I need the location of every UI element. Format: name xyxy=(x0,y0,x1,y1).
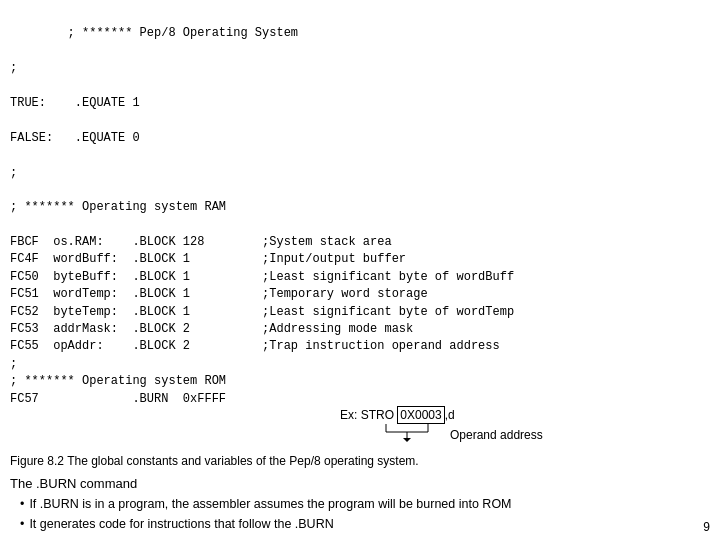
burn-code-line: FC57 .BURN 0xFFFF xyxy=(10,391,710,408)
code-row: FC55 opAddr: .BLOCK 2 ;Trap instruction … xyxy=(10,338,710,355)
code-row: FC4F wordBuff: .BLOCK 1 ;Input/output bu… xyxy=(10,251,710,268)
code-table: FBCF os.RAM: .BLOCK 128 ;System stack ar… xyxy=(10,234,710,356)
bullet-list: •If .BURN is in a program, the assembler… xyxy=(20,495,710,540)
bullet-item: •It generates code for instructions that… xyxy=(20,515,710,534)
bullet-item: •It does not generate code for instructi… xyxy=(20,536,710,540)
bullet-text: It generates code for instructions that … xyxy=(29,515,333,534)
bullet-symbol: • xyxy=(20,495,24,514)
figure-caption: Figure 8.2 The global constants and vari… xyxy=(10,454,710,468)
code-row: FC50 byteBuff: .BLOCK 1 ;Least significa… xyxy=(10,269,710,286)
code-row: FC52 byteTemp: .BLOCK 1 ;Least significa… xyxy=(10,304,710,321)
svg-marker-4 xyxy=(403,438,411,442)
page-number: 9 xyxy=(703,520,710,534)
code-row: FBCF os.RAM: .BLOCK 128 ;System stack ar… xyxy=(10,234,710,251)
bullet-text: If .BURN is in a program, the assembler … xyxy=(29,495,511,514)
header-comments: ; ******* Pep/8 Operating System ; TRUE:… xyxy=(10,8,710,234)
bullet-item: •If .BURN is in a program, the assembler… xyxy=(20,495,710,514)
bullet-symbol: • xyxy=(20,536,24,540)
comment-rom: ; ******* Operating system ROM xyxy=(10,373,710,390)
burn-section-title: The .BURN command xyxy=(10,476,710,491)
ex-annotation: ; ; ******* Operating system ROM FC57 .B… xyxy=(10,356,710,450)
bullet-text: It does not generate code for instructio… xyxy=(29,536,392,540)
operand-address-label: Operand address xyxy=(450,428,543,442)
code-section: ; ******* Pep/8 Operating System ; TRUE:… xyxy=(10,8,710,450)
ex-label: Ex: STRO 0X0003,d xyxy=(340,408,455,422)
operand-box: 0X0003 xyxy=(397,406,444,424)
bullet-symbol: • xyxy=(20,515,24,534)
code-row: FC51 wordTemp: .BLOCK 1 ;Temporary word … xyxy=(10,286,710,303)
semi-line: ; xyxy=(10,356,710,373)
code-row: FC53 addrMask: .BLOCK 2 ;Addressing mode… xyxy=(10,321,710,338)
